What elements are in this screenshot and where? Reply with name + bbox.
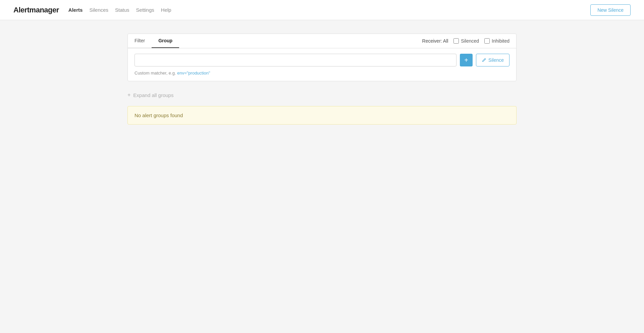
filter-input-row: + Silence <box>128 48 516 69</box>
receiver-label-text: Receiver: All <box>422 38 448 44</box>
main-content: Filter Group Receiver: All Silenced Inhi… <box>121 34 523 125</box>
nav-alerts[interactable]: Alerts <box>68 7 83 13</box>
inhibited-label: Inhibited <box>492 38 509 44</box>
expand-plus-icon: + <box>127 92 130 98</box>
filter-input[interactable] <box>135 54 457 66</box>
nav-links: Alerts Silences Status Settings Help <box>68 7 171 13</box>
no-alerts-message: No alert groups found <box>135 112 183 118</box>
filter-hint: Custom matcher, e.g. env="production" <box>128 69 516 81</box>
nav-help[interactable]: Help <box>161 7 171 13</box>
nav-status[interactable]: Status <box>115 7 129 13</box>
inhibited-checkbox-label[interactable]: Inhibited <box>484 38 509 44</box>
expand-all-label: Expand all groups <box>133 92 173 98</box>
silence-button[interactable]: Silence <box>476 54 509 66</box>
receiver-controls: Receiver: All Silenced Inhibited <box>422 38 516 44</box>
silenced-label: Silenced <box>461 38 479 44</box>
inhibited-checkbox[interactable] <box>484 38 490 44</box>
silence-button-label: Silence <box>488 57 504 63</box>
silenced-checkbox[interactable] <box>453 38 459 44</box>
new-silence-button[interactable]: New Silence <box>590 4 631 16</box>
hint-example[interactable]: env="production" <box>177 70 210 76</box>
expand-all-groups[interactable]: + Expand all groups <box>127 89 517 101</box>
navbar-left: Alertmanager Alerts Silences Status Sett… <box>13 6 171 14</box>
tab-filter[interactable]: Filter <box>128 34 152 48</box>
navbar: Alertmanager Alerts Silences Status Sett… <box>0 0 644 20</box>
no-alerts-banner: No alert groups found <box>127 106 517 125</box>
nav-settings[interactable]: Settings <box>136 7 154 13</box>
hint-text: Custom matcher, e.g. <box>135 70 176 76</box>
nav-silences[interactable]: Silences <box>89 7 108 13</box>
tab-group[interactable]: Group <box>152 34 179 48</box>
filter-tabs: Filter Group <box>128 34 179 48</box>
filter-card: Filter Group Receiver: All Silenced Inhi… <box>127 34 517 81</box>
add-filter-button[interactable]: + <box>460 54 473 66</box>
brand-title: Alertmanager <box>13 6 59 14</box>
pencil-icon <box>482 58 486 62</box>
silenced-checkbox-label[interactable]: Silenced <box>453 38 479 44</box>
